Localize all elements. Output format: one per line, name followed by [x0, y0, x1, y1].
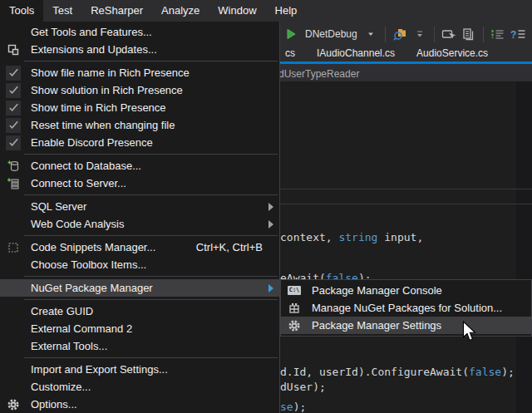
check-icon	[6, 118, 21, 133]
submenu-arrow-icon	[268, 220, 273, 229]
gear-icon	[281, 319, 308, 332]
menu-item-import-and-export-settings[interactable]: Import and Export Settings...	[0, 361, 279, 378]
editor-divider-line	[280, 189, 532, 189]
submenu-item-manage-nuget-packages-for-solution[interactable]: Manage NuGet Packages for Solution...	[281, 299, 531, 317]
editor-divider-line	[280, 204, 532, 204]
menu-item-label: Package Manager Settings	[312, 319, 441, 332]
submenu-item-package-manager-settings[interactable]: Package Manager Settings	[281, 317, 531, 334]
find-caret-icon[interactable]	[411, 27, 428, 42]
check-icon	[6, 83, 21, 98]
menu-item-reset-time-when-changing-file[interactable]: Reset time when changing file	[0, 116, 279, 134]
gear-icon	[0, 398, 27, 411]
check-icon	[6, 101, 21, 116]
toolbar-separator	[385, 27, 386, 42]
menu-item-create-guid[interactable]: Create GUID	[0, 302, 279, 320]
menu-item-options[interactable]: Options...	[0, 396, 279, 413]
menu-item-label: Manage NuGet Packages for Solution...	[312, 302, 502, 314]
editor-scrollbar[interactable]	[516, 81, 532, 413]
menu-item-label: Reset time when changing file	[31, 119, 175, 131]
help-lines-icon[interactable]: ?	[510, 27, 526, 42]
menu-item-label: Web Code Analysis	[31, 218, 125, 230]
menu-separator	[24, 357, 278, 358]
menu-item-label: SQL Server	[31, 200, 86, 213]
menu-item-label: Create GUID	[31, 305, 93, 317]
extensions-icon	[0, 43, 27, 57]
menu-item-external-tools[interactable]: External Tools...	[0, 337, 279, 355]
tab-audioservice-cs[interactable]: AudioService.cs	[406, 45, 499, 61]
menu-separator	[24, 194, 278, 195]
tab-iaudiochannel-cs[interactable]: IAudioChannel.cs	[306, 45, 406, 61]
menu-separator	[24, 235, 278, 236]
code-line: dUser);	[280, 381, 326, 393]
menubar-item-resharper[interactable]: ReSharper	[81, 0, 152, 22]
menu-item-shortcut: Ctrl+K, Ctrl+B	[196, 241, 263, 253]
code-line: se);	[280, 401, 306, 413]
menu-item-connect-to-server[interactable]: Connect to Server...	[0, 175, 279, 192]
menu-item-show-file-name-in-rich-presence[interactable]: Show file name in Rich Presence	[0, 64, 279, 81]
check-icon	[6, 66, 21, 81]
submenu-item-package-manager-console[interactable]: C:\Package Manager Console	[281, 282, 531, 299]
menu-separator	[24, 61, 278, 61]
menu-separator	[24, 299, 278, 300]
menu-item-get-tools-and-features[interactable]: Get Tools and Features...	[0, 23, 279, 41]
menu-item-label: Connect to Database...	[31, 160, 141, 172]
run-configuration-label[interactable]: DNetDebug	[305, 28, 357, 40]
menu-item-label: Show solution in Rich Presence	[31, 84, 183, 96]
menu-item-label: Show file name in Rich Presence	[31, 66, 190, 79]
menu-item-label: Package Manager Console	[312, 284, 442, 297]
run-play-icon[interactable]	[283, 27, 299, 42]
menu-item-external-command-2[interactable]: External Command 2	[0, 320, 279, 337]
menu-bar: ToolsTestReSharperAnalyzeWindowHelp	[0, 0, 532, 22]
menu-item-enable-discord-presence[interactable]: Enable Discord Presence	[0, 134, 279, 151]
toolbar-separator	[483, 27, 484, 42]
menu-item-connect-to-database[interactable]: Connect to Database...	[0, 157, 279, 175]
server-add-icon	[0, 177, 27, 190]
menubar-item-analyze[interactable]: Analyze	[152, 0, 209, 22]
menu-item-label: External Command 2	[31, 322, 132, 335]
menu-item-label: Import and Export Settings...	[31, 363, 168, 376]
menu-item-label: NuGet Package Manager	[31, 282, 153, 294]
menubar-item-test[interactable]: Test	[43, 0, 81, 22]
menu-item-show-time-in-rich-presence[interactable]: Show time in Rich Presence	[0, 99, 279, 116]
check-icon	[0, 66, 27, 81]
menu-separator	[24, 276, 278, 277]
menu-item-label: Code Snippets Manager...	[31, 241, 155, 253]
submenu-arrow-icon	[268, 203, 273, 211]
menubar-item-help[interactable]: Help	[266, 0, 307, 22]
menu-item-label: Customize...	[31, 381, 91, 393]
check-icon	[0, 83, 27, 98]
database-add-icon	[0, 160, 27, 173]
toolbar-separator	[434, 27, 435, 42]
check-icon	[0, 118, 27, 133]
code-line: d.Id, userId).ConfigureAwait(false);	[280, 366, 515, 378]
copy-structure-icon[interactable]	[461, 27, 477, 42]
nav-box-cursor-icon[interactable]	[441, 27, 457, 42]
nuget-manage-icon	[281, 302, 308, 315]
menubar-item-tools[interactable]: Tools	[0, 0, 43, 22]
vs-window: DNetDebug? csIAudioChannel.csAudioServic…	[0, 0, 532, 413]
menu-item-label: Options...	[31, 398, 77, 411]
breadcrumb-scope[interactable]: dUserTypeReader	[278, 68, 359, 80]
find-in-files-icon[interactable]	[392, 27, 408, 42]
code-line: context, string input,	[280, 231, 423, 243]
menu-item-nuget-package-manager[interactable]: NuGet Package Manager	[0, 279, 279, 297]
check-icon	[6, 135, 21, 150]
menu-item-web-code-analysis[interactable]: Web Code Analysis	[0, 215, 279, 233]
menu-item-label: Enable Discord Presence	[31, 136, 153, 149]
indent-lines-icon[interactable]	[490, 27, 506, 42]
nuget-package-manager-submenu: C:\Package Manager ConsoleManage NuGet P…	[280, 279, 532, 337]
tools-menu-dropdown: Get Tools and Features...Extensions and …	[0, 22, 280, 413]
menu-item-extensions-and-updates[interactable]: Extensions and Updates...	[0, 41, 279, 58]
menu-item-label: Choose Toolbox Items...	[31, 258, 146, 271]
config-caret-icon[interactable]	[362, 27, 379, 42]
menu-item-code-snippets-manager[interactable]: Code Snippets Manager...Ctrl+K, Ctrl+B	[0, 238, 279, 256]
menu-item-choose-toolbox-items[interactable]: Choose Toolbox Items...	[0, 256, 279, 273]
snippets-icon	[0, 241, 27, 254]
menu-item-sql-server[interactable]: SQL Server	[0, 198, 279, 215]
menu-item-label: Get Tools and Features...	[31, 26, 152, 38]
menu-item-customize[interactable]: Customize...	[0, 378, 279, 396]
mouse-cursor-icon	[462, 321, 477, 346]
menubar-item-window[interactable]: Window	[209, 0, 265, 22]
menu-item-show-solution-in-rich-presence[interactable]: Show solution in Rich Presence	[0, 81, 279, 99]
check-icon	[0, 135, 27, 150]
